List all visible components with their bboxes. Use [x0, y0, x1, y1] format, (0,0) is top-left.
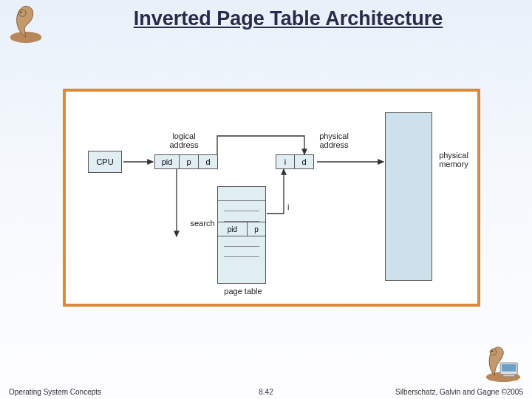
book-mascot-computer-icon	[482, 341, 525, 384]
svg-rect-8	[502, 364, 516, 372]
physical-memory-box	[385, 112, 432, 281]
physical-address-tuple: i d	[276, 154, 314, 169]
physical-address-label: physical address	[312, 132, 356, 149]
physical-d: d	[295, 154, 314, 169]
logical-d: d	[199, 154, 218, 169]
logical-address-label: logical address	[162, 132, 206, 149]
svg-point-11	[491, 351, 493, 352]
logical-address-tuple: pid p d	[154, 154, 218, 169]
page-table-box: pid p	[217, 186, 266, 284]
pagetable-p: p	[248, 222, 265, 236]
physical-i: i	[276, 154, 295, 169]
footer-center: 8.42	[259, 388, 273, 396]
svg-point-1	[18, 10, 26, 17]
logical-p: p	[180, 154, 199, 169]
book-mascot-icon	[4, 3, 47, 46]
svg-point-10	[490, 349, 497, 355]
footer-right: Silberschatz, Galvin and Gagne ©2005	[395, 388, 523, 396]
search-label: search	[184, 219, 221, 228]
cpu-label: CPU	[96, 157, 113, 166]
page-title: Inverted Page Table Architecture	[74, 7, 502, 30]
logical-pid: pid	[154, 154, 180, 169]
diagram-frame: i CPU logical address pid p d physical a…	[63, 89, 480, 307]
page-table-label: page table	[221, 287, 265, 296]
footer-left: Operating System Concepts	[9, 388, 101, 396]
svg-text:i: i	[287, 202, 289, 211]
slide-footer: Operating System Concepts 8.42 Silbersch…	[0, 384, 532, 396]
svg-rect-9	[503, 374, 514, 376]
pagetable-pid: pid	[218, 222, 248, 236]
physical-memory-label: physical memory	[435, 151, 472, 168]
cpu-box: CPU	[88, 151, 122, 173]
svg-point-2	[20, 11, 21, 13]
